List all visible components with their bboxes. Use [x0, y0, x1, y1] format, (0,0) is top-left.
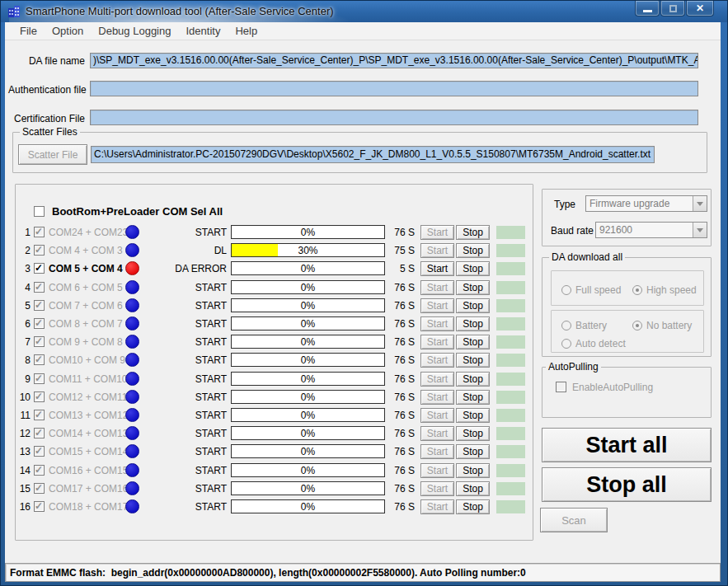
row-checkbox[interactable]	[34, 446, 45, 457]
row-progress-bar: 0%	[231, 390, 385, 404]
row-start-button[interactable]: Start	[420, 335, 454, 349]
row-stop-button[interactable]: Stop	[456, 280, 490, 295]
scan-button[interactable]: Scan	[540, 508, 608, 532]
row-checkbox[interactable]	[34, 483, 45, 494]
row-start-button[interactable]: Start	[420, 481, 454, 496]
maximize-button[interactable]	[660, 1, 685, 16]
row-checkbox[interactable]	[34, 336, 45, 347]
row-progress-bar: 0%	[231, 426, 385, 440]
row-checkbox[interactable]	[34, 465, 45, 476]
row-start-button[interactable]: Start	[420, 426, 454, 441]
row-checkbox[interactable]	[34, 282, 45, 293]
baud-rate-combobox[interactable]: 921600	[595, 222, 707, 238]
row-time: 76 S	[373, 465, 415, 476]
row-start-button[interactable]: Start	[420, 280, 454, 295]
row-stop-button[interactable]: Stop	[456, 243, 490, 258]
row-start-button[interactable]: Start	[420, 390, 454, 405]
row-led-indicator	[125, 390, 139, 404]
row-stop-button[interactable]: Stop	[456, 463, 490, 478]
row-checkbox[interactable]	[34, 318, 45, 329]
battery-label: Battery	[575, 320, 607, 331]
close-button[interactable]: ✕	[686, 1, 714, 16]
row-start-button[interactable]: Start	[420, 243, 454, 258]
da-file-label: DA file name	[13, 55, 85, 67]
row-checkbox[interactable]	[34, 373, 45, 384]
row-stop-button[interactable]: Stop	[456, 426, 490, 441]
row-start-button[interactable]: Start	[420, 316, 454, 331]
row-stop-button[interactable]: Stop	[456, 372, 490, 387]
row-start-button[interactable]: Start	[420, 353, 454, 368]
row-stop-button[interactable]: Stop	[456, 481, 490, 496]
port-row: 5 COM 7 + COM 6 START 0% 76 S Start Stop	[16, 297, 534, 315]
cert-file-field[interactable]	[90, 110, 698, 125]
row-status-box	[496, 500, 525, 513]
row-checkbox[interactable]	[34, 300, 45, 311]
row-start-button[interactable]: Start	[420, 408, 454, 423]
menu-identity[interactable]: Identity	[178, 23, 228, 39]
port-row: 9 COM11 + COM10 START 0% 76 S Start Stop	[16, 370, 534, 388]
baud-rate-combobox-arrow-icon[interactable]	[693, 223, 707, 237]
full-speed-radio-option[interactable]: Full speed	[561, 282, 621, 297]
row-start-button[interactable]: Start	[420, 261, 454, 276]
row-start-button[interactable]: Start	[420, 463, 454, 478]
no-battery-radio-option[interactable]: No battery	[632, 317, 692, 332]
row-checkbox[interactable]	[34, 227, 45, 237]
row-stop-button[interactable]: Stop	[456, 444, 490, 459]
row-checkbox[interactable]	[34, 410, 45, 420]
row-stop-button[interactable]: Stop	[456, 225, 490, 240]
row-checkbox[interactable]	[34, 391, 45, 402]
menu-file[interactable]: File	[12, 23, 45, 39]
row-number: 7	[17, 336, 31, 348]
row-stop-button[interactable]: Stop	[456, 316, 490, 331]
row-stop-button[interactable]: Stop	[456, 390, 490, 405]
port-row: 1 COM24 + COM23 START 0% 76 S Start Stop	[16, 223, 534, 241]
auto-detect-radio[interactable]	[561, 339, 571, 349]
row-start-button[interactable]: Start	[420, 372, 454, 387]
bootrom-select-all-label: BootRom+PreLoader COM Sel All	[52, 205, 223, 218]
row-checkbox[interactable]	[34, 354, 45, 365]
row-stop-button[interactable]: Stop	[456, 298, 490, 313]
stop-all-button[interactable]: Stop all	[542, 467, 712, 502]
minimize-button[interactable]	[635, 1, 660, 16]
row-checkbox[interactable]	[34, 263, 45, 274]
row-checkbox[interactable]	[34, 428, 45, 438]
battery-radio[interactable]	[561, 321, 571, 331]
auth-file-field[interactable]	[90, 81, 698, 96]
start-all-button[interactable]: Start all	[542, 428, 712, 462]
row-checkbox[interactable]	[34, 245, 45, 255]
row-start-button[interactable]: Start	[420, 499, 454, 514]
row-stop-button[interactable]: Stop	[456, 335, 490, 349]
menu-help[interactable]: Help	[228, 23, 265, 39]
da-download-all-group: DA download all Full speed High speed Ba…	[542, 257, 712, 357]
enable-autopulling-checkbox[interactable]	[556, 382, 566, 392]
da-file-field[interactable]: )\SP_MDT_exe_v3.1516.00.00(After-Sale_Se…	[90, 53, 698, 68]
menu-option[interactable]: Option	[45, 23, 91, 39]
row-time: 76 S	[373, 373, 415, 385]
row-stop-button[interactable]: Stop	[456, 261, 490, 276]
battery-radio-option[interactable]: Battery	[561, 317, 607, 332]
full-speed-radio[interactable]	[561, 285, 571, 295]
row-start-button[interactable]: Start	[420, 225, 454, 240]
row-stop-button[interactable]: Stop	[456, 408, 490, 423]
type-combobox-arrow-icon[interactable]	[693, 196, 707, 211]
row-stop-button[interactable]: Stop	[456, 353, 490, 368]
scatter-file-field[interactable]: C:\Users\Administrator.PC-201507290DGV\D…	[91, 146, 655, 163]
row-stop-button[interactable]: Stop	[456, 499, 490, 514]
scatter-file-button[interactable]: Scatter File	[18, 144, 87, 165]
high-speed-radio-option[interactable]: High speed	[632, 282, 697, 297]
row-led-indicator	[125, 316, 139, 331]
high-speed-radio[interactable]	[632, 285, 642, 295]
window-title: SmartPhone Multi-port download tool (Aft…	[26, 5, 334, 17]
type-combobox[interactable]: Firmware upgrade	[585, 195, 707, 212]
no-battery-label: No battery	[646, 320, 692, 331]
row-checkbox[interactable]	[34, 501, 45, 512]
autopulling-group: AutoPulling EnableAutoPulling	[542, 367, 712, 418]
bootrom-select-all-checkbox[interactable]	[34, 206, 45, 217]
row-start-button[interactable]: Start	[420, 444, 454, 459]
row-start-button[interactable]: Start	[420, 298, 454, 313]
row-com-label: COM11 + COM10	[49, 373, 127, 385]
no-battery-radio[interactable]	[632, 321, 642, 331]
row-time: 76 S	[373, 428, 415, 439]
menu-debug-logging[interactable]: Debug Logging	[91, 23, 178, 39]
auto-detect-radio-option[interactable]: Auto detect	[561, 335, 626, 350]
